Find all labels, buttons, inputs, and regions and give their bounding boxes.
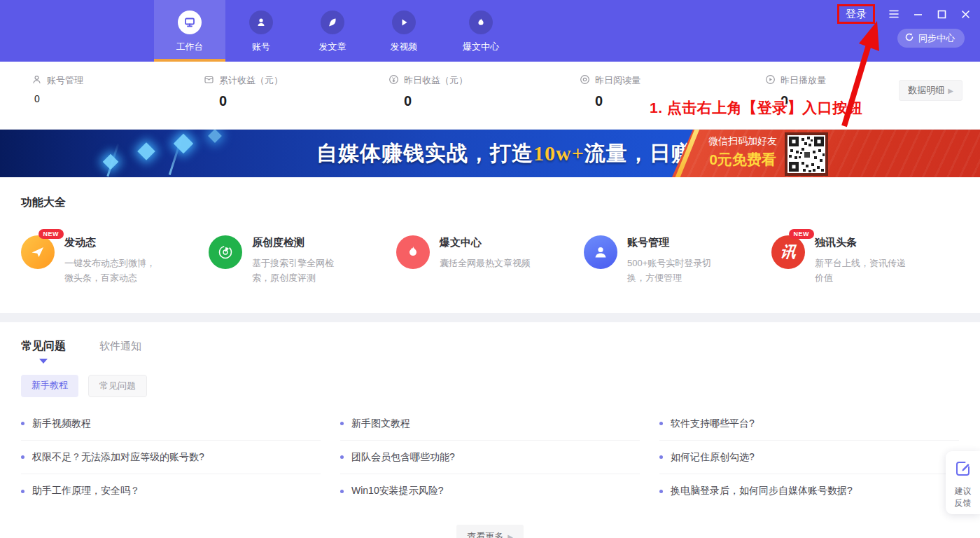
- tab-publish-article[interactable]: 发文章: [297, 0, 368, 62]
- faq-item[interactable]: 权限不足？无法添加对应等级的账号数?: [21, 441, 321, 474]
- faq-item[interactable]: 团队会员包含哪些功能?: [340, 441, 640, 474]
- yuan-circle-icon: [388, 74, 399, 87]
- bullet-dot-icon: [21, 490, 24, 493]
- faq-item[interactable]: 如何记住原创勾选?: [659, 441, 959, 474]
- tutorial-step-annotation: 1. 点击右上角【登录】入口按钮: [650, 98, 862, 118]
- refresh-icon: [904, 32, 914, 44]
- faq-item-label: 换电脑登录后，如何同步自媒体账号数据?: [671, 485, 853, 497]
- promo-line2: 0元免费看: [704, 150, 782, 170]
- workbench-monitor-icon: [178, 11, 202, 34]
- tab-hot-articles[interactable]: 爆文中心: [440, 0, 522, 62]
- tab-accounts[interactable]: 账号: [225, 0, 297, 62]
- pill-beginner-tutorial[interactable]: 新手教程: [21, 375, 78, 397]
- stat-value: 0: [34, 93, 83, 104]
- hamburger-icon[interactable]: [889, 9, 899, 19]
- person-outline-icon: [31, 74, 42, 87]
- faq-item[interactable]: 软件支持哪些平台?: [659, 407, 959, 441]
- faq-item[interactable]: Win10安装提示风险?: [340, 474, 640, 508]
- tab-software-notices[interactable]: 软件通知: [99, 340, 141, 353]
- feature-title: 原创度检测: [252, 236, 347, 249]
- tab-label: 账号: [252, 41, 270, 53]
- feature-duxun-toutiao[interactable]: 讯 NEW 独讯头条 新平台上线，资讯传递价值: [771, 235, 959, 285]
- faq-tabs: 常见问题 软件通知: [21, 339, 959, 354]
- faq-item[interactable]: 新手视频教程: [21, 407, 321, 441]
- login-button[interactable]: 登录: [837, 4, 875, 24]
- sync-center-button[interactable]: 同步中心: [897, 29, 965, 48]
- feedback-floating-button[interactable]: 建议 反馈: [946, 451, 980, 514]
- stats-bar: 账号管理 0 累计收益（元） 0 昨日收益（元） 0: [0, 62, 980, 130]
- stat-label: 账号管理: [47, 74, 83, 87]
- hot-articles-flame-icon: [469, 11, 493, 34]
- pill-common-questions[interactable]: 常见问题: [88, 375, 147, 397]
- new-badge: NEW: [789, 229, 815, 239]
- feature-desc: 一键发布动态到微博，微头条，百家动态: [64, 256, 160, 285]
- faq-item-label: 新手图文教程: [351, 418, 410, 430]
- feature-desc: 基于搜索引擎全网检索，原创度评测: [252, 256, 347, 285]
- feature-title: 发动态: [64, 236, 160, 249]
- headline-text: 流量，日赚: [584, 139, 693, 168]
- faq-section: 常见问题 软件通知 新手教程 常见问题 新手视频教程 权限不足？无法添加对应等级…: [0, 322, 980, 538]
- bullet-dot-icon: [21, 455, 24, 459]
- faq-item-label: 团队会员包含哪些功能?: [351, 451, 455, 464]
- minimize-icon[interactable]: [913, 9, 923, 19]
- sync-center-label: 同步中心: [918, 32, 955, 45]
- feedback-line1: 建议: [955, 486, 972, 496]
- features-section: 功能大全 NEW 发动态 一键发布动态到微博，微头条，百家动态: [0, 177, 980, 313]
- feature-account-management[interactable]: 账号管理 500+账号实时登录切换，方便管理: [584, 235, 771, 285]
- maximize-icon[interactable]: [937, 9, 946, 19]
- view-more-label: 查看更多: [467, 530, 503, 538]
- banner-cube-decor: [208, 130, 222, 143]
- tab-label: 发文章: [319, 41, 346, 53]
- faq-item[interactable]: 助手工作原理，安全吗？: [21, 474, 321, 508]
- faq-item-label: Win10安装提示风险?: [351, 485, 443, 497]
- close-icon[interactable]: [960, 9, 970, 19]
- feature-originality-check[interactable]: 原创度检测 基于搜索引擎全网检索，原创度评测: [209, 235, 396, 285]
- tab-publish-video[interactable]: 发视频: [368, 0, 440, 62]
- feedback-line2: 反馈: [955, 498, 972, 508]
- stat-account-management: 账号管理 0: [31, 74, 83, 104]
- stat-yesterday-reads: 昨日阅读量 0: [580, 74, 640, 109]
- stat-value: 0: [219, 93, 283, 109]
- banner-cube-decor: [103, 154, 119, 170]
- bullet-dot-icon: [21, 422, 24, 425]
- feature-desc: 500+账号实时登录切换，方便管理: [627, 256, 722, 285]
- stat-value: 0: [404, 93, 468, 109]
- views-circle-icon: [580, 74, 590, 87]
- stat-value: 0: [595, 93, 640, 109]
- banner-cube-decor: [137, 142, 155, 160]
- account-person-icon: [249, 11, 273, 34]
- new-badge: NEW: [38, 229, 64, 239]
- feedback-label: 建议 反馈: [955, 485, 972, 509]
- feature-hot-articles[interactable]: 爆文中心 囊括全网最热文章视频: [396, 235, 584, 285]
- stat-label: 累计收益（元）: [219, 74, 283, 87]
- data-detail-button[interactable]: 数据明细 ▶: [899, 80, 962, 101]
- header-bar: 工作台 账号 发文章 发视频: [0, 0, 980, 62]
- faq-filter-pills: 新手教程 常见问题: [21, 375, 959, 397]
- tab-label: 发视频: [391, 41, 418, 53]
- faq-item-label: 软件支持哪些平台?: [671, 418, 755, 430]
- wallet-icon: [204, 74, 214, 87]
- qr-code: [785, 132, 828, 176]
- faq-item[interactable]: 新手图文教程: [340, 407, 640, 441]
- faq-item-label: 权限不足？无法添加对应等级的账号数?: [32, 451, 204, 464]
- publish-video-play-icon: [392, 11, 416, 34]
- promo-banner[interactable]: 自媒体赚钱实战，打造10w+流量，日赚500+高收益玩法 微信扫码加好友 0元免…: [0, 130, 980, 177]
- feature-title: 独讯头条: [815, 236, 910, 249]
- faq-item-label: 助手工作原理，安全吗？: [32, 485, 140, 497]
- paper-plane-icon: [21, 235, 55, 269]
- duxun-glyph: 讯: [779, 242, 797, 263]
- feedback-pen-icon: [954, 460, 972, 481]
- feature-post-moments[interactable]: NEW 发动态 一键发布动态到微博，微头条，百家动态: [21, 235, 209, 285]
- caret-right-icon: ▶: [948, 87, 953, 95]
- tab-workbench[interactable]: 工作台: [154, 0, 225, 62]
- view-more-button[interactable]: 查看更多 ▶: [456, 525, 524, 538]
- originality-gauge-icon: [209, 235, 242, 269]
- feature-title: 爆文中心: [440, 236, 535, 249]
- app-window: 工作台 账号 发文章 发视频: [0, 0, 980, 538]
- bullet-dot-icon: [659, 422, 663, 425]
- faq-item[interactable]: 换电脑登录后，如何同步自媒体账号数据?: [659, 474, 959, 508]
- tab-common-questions[interactable]: 常见问题: [21, 339, 66, 354]
- banner-promo-text: 微信扫码加好友 0元免费看: [704, 135, 782, 170]
- bullet-dot-icon: [340, 490, 344, 493]
- publish-article-feather-icon: [321, 11, 344, 34]
